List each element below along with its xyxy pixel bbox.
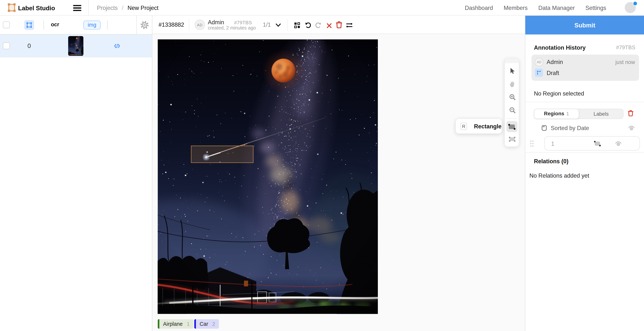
- notification-dot-icon: [633, 1, 638, 6]
- label-name: Airplane: [163, 321, 183, 327]
- select-all-checkbox[interactable]: [3, 21, 10, 28]
- relations-title: Relations (0): [534, 158, 568, 165]
- toggle-all-visibility-eye-icon[interactable]: [628, 125, 635, 131]
- draft-status-icon: [535, 68, 543, 77]
- right-sidebar: Submit Annotation History #79TBS AD Admi…: [525, 16, 644, 331]
- region-item[interactable]: 1: [544, 136, 640, 151]
- breadcrumb-projects[interactable]: Projects: [97, 4, 118, 11]
- label-studio-app: Label Studio Projects / New Project Dash…: [0, 0, 644, 331]
- label-chip-car[interactable]: Car 2: [194, 319, 219, 329]
- rectangle-alt-tool-icon[interactable]: [508, 135, 516, 143]
- history-ref: #79TBS: [616, 44, 636, 50]
- redo-icon[interactable]: [314, 21, 322, 29]
- view-all-grid-icon[interactable]: [293, 21, 301, 29]
- label-name: Car: [200, 321, 208, 327]
- nav-members[interactable]: Members: [504, 4, 528, 11]
- pan-hand-icon[interactable]: [508, 80, 516, 88]
- tab-labels[interactable]: Labels: [579, 109, 623, 119]
- entry-initials: AD: [537, 60, 541, 64]
- task-id: #1338882: [158, 21, 184, 28]
- breadcrumb: Projects / New Project: [97, 0, 158, 16]
- task-header: #1338882 AD Admin #79TBS created, 2 minu…: [152, 16, 525, 34]
- sort-order-control[interactable]: Sorted by Date: [541, 123, 589, 132]
- entry-status: Draft: [547, 70, 559, 76]
- img-tag-chip[interactable]: img: [83, 20, 100, 29]
- sidebar-divider: [525, 102, 644, 102]
- delete-trash-icon[interactable]: [335, 21, 342, 28]
- nav-settings[interactable]: Settings: [585, 4, 606, 11]
- relations-empty-text: No Relations added yet: [529, 172, 589, 179]
- no-region-text: No Region selected: [534, 90, 584, 97]
- breadcrumb-separator: /: [122, 4, 124, 11]
- task-thumbnail[interactable]: [68, 36, 83, 56]
- region-select-tool-button[interactable]: [24, 20, 34, 30]
- rectangle-tool-button[interactable]: [506, 121, 517, 132]
- entry-avatar: AD: [535, 58, 543, 66]
- author-initials: AD: [197, 23, 203, 27]
- tab-labels-label: Labels: [594, 111, 609, 117]
- label-count: 2: [212, 321, 215, 327]
- panel-header-divider2: [107, 20, 108, 29]
- task-list-item[interactable]: 0: [0, 34, 152, 57]
- region-rectangle-icon: [594, 140, 601, 146]
- annotation-canvas-area: #1338882 AD Admin #79TBS created, 2 minu…: [152, 16, 525, 331]
- rectangle-tool-tooltip: R Rectangle: [456, 119, 502, 134]
- hotkey-badge: R: [460, 122, 467, 130]
- created-note: created, 2 minutes ago: [208, 25, 256, 30]
- task-row-index: 0: [23, 42, 35, 49]
- brand-title: Label Studio: [18, 4, 55, 11]
- task-header-divider: [189, 19, 190, 31]
- history-entry-card[interactable]: AD Admin just now Draft: [531, 54, 639, 81]
- regions-labels-tabs: Regions 1 Labels: [534, 109, 624, 119]
- breadcrumb-current: New Project: [128, 4, 158, 11]
- zoom-in-icon[interactable]: [508, 93, 516, 101]
- submit-button[interactable]: Submit: [525, 16, 644, 34]
- zoom-out-icon[interactable]: [508, 106, 516, 114]
- label-chip-airplane[interactable]: Airplane 1: [158, 319, 193, 329]
- annotation-region-rectangle[interactable]: [191, 146, 254, 163]
- nav-data-manager[interactable]: Data Manager: [538, 4, 575, 11]
- task-row-checkbox[interactable]: [3, 42, 10, 49]
- panel-settings-zone: [136, 16, 152, 34]
- undo-icon[interactable]: [304, 21, 311, 29]
- nav-dashboard[interactable]: Dashboard: [465, 4, 493, 11]
- source-code-icon[interactable]: [114, 43, 120, 49]
- tool-palette-drag-strip[interactable]: [505, 59, 519, 63]
- tool-palette-divider: [506, 118, 517, 118]
- hamburger-menu-icon[interactable]: [73, 5, 81, 11]
- drag-handle-icon[interactable]: [530, 140, 534, 147]
- author-name: Admin: [208, 19, 224, 25]
- image-canvas[interactable]: [158, 39, 378, 314]
- chevron-down-icon[interactable]: [275, 22, 281, 27]
- task-header-divider2: [287, 19, 288, 31]
- tab-regions-label: Regions: [544, 111, 564, 117]
- tooltip-label: Rectangle: [474, 123, 502, 129]
- label-color-stripe: [194, 319, 196, 329]
- rectangle-3point-icon: [508, 123, 516, 130]
- annotation-ref: #79TBS: [234, 20, 252, 25]
- filter-field-label[interactable]: ocr: [46, 21, 64, 27]
- annotation-pager: 1/1: [263, 21, 271, 28]
- region-visibility-eye-icon[interactable]: [615, 140, 622, 146]
- label-color-stripe: [158, 319, 159, 329]
- topbar-divider: [88, 0, 89, 16]
- gear-icon[interactable]: [140, 21, 149, 29]
- topbar-nav: Dashboard Members Data Manager Settings: [465, 0, 606, 16]
- cursor-tool-icon[interactable]: [508, 67, 516, 74]
- transfer-swap-icon[interactable]: [345, 21, 353, 29]
- region-list-bottom-border: [525, 152, 644, 153]
- history-title: Annotation History: [534, 44, 586, 51]
- author-avatar: AD: [194, 20, 205, 30]
- left-panel-header: ocr img: [0, 16, 152, 34]
- label-studio-logo-icon[interactable]: [8, 3, 16, 12]
- region-list-row: 1: [525, 135, 644, 152]
- tab-regions[interactable]: Regions 1: [534, 109, 579, 119]
- entry-user: Admin: [547, 59, 563, 65]
- tab-regions-count: 1: [566, 111, 569, 117]
- panel-header-divider: [44, 20, 44, 29]
- reject-cross-icon[interactable]: [325, 22, 333, 29]
- delete-regions-trash-icon[interactable]: [628, 109, 634, 117]
- tool-palette: [504, 58, 519, 147]
- label-count: 1: [187, 321, 190, 327]
- region-number: 1: [551, 140, 554, 147]
